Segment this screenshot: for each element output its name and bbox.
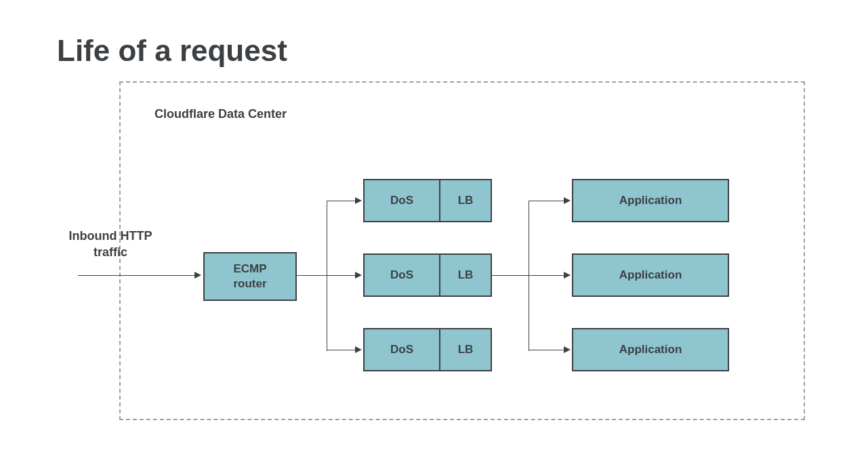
conn-mid-stub [492,275,529,276]
dos-box-0: DoS [363,179,440,222]
conn-ecmp-vertical [327,201,327,351]
arrowhead-app1 [564,272,571,279]
conn-ecmp-to-row0 [327,201,355,201]
arrowhead-row0 [355,197,362,204]
conn-mid-vertical [529,201,529,351]
dos-box-1: DoS [363,253,440,297]
inbound-traffic-label: Inbound HTTP traffic [60,228,161,261]
ecmp-router-box: ECMP router [203,252,297,301]
arrowhead-app0 [564,197,571,204]
page-title: Life of a request [57,34,287,68]
conn-ecmp-to-row2 [327,350,355,350]
arrowhead-inbound [194,272,201,279]
lb-box-0: LB [439,179,492,222]
conn-ecmp-to-row1 [327,275,355,276]
arrowhead-row1 [355,272,362,279]
arrowhead-app2 [564,346,571,353]
conn-ecmp-stub [297,275,327,276]
arrowhead-row2 [355,346,362,353]
data-center-label: Cloudflare Data Center [154,107,287,121]
application-box-2: Application [572,328,729,371]
conn-mid-to-app0 [529,201,564,201]
application-box-1: Application [572,253,729,297]
lb-box-1: LB [439,253,492,297]
conn-mid-to-app1 [529,275,564,276]
arrow-inbound-to-ecmp [78,275,194,276]
conn-mid-to-app2 [529,350,564,350]
dos-box-2: DoS [363,328,440,371]
lb-box-2: LB [439,328,492,371]
application-box-0: Application [572,179,729,222]
